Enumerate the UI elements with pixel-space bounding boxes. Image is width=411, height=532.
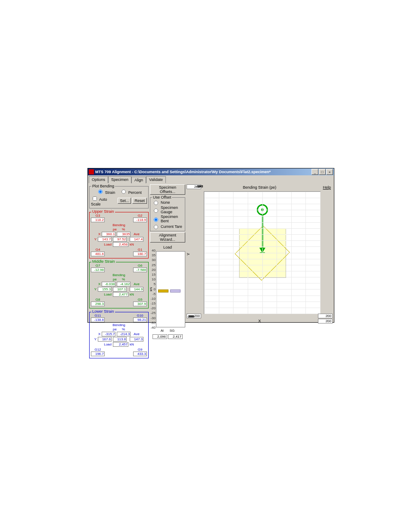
- radio-specimen-gauge[interactable]: Specimen Gauge: [152, 205, 184, 214]
- middle-strain-title: Middle Strain: [91, 259, 116, 264]
- g7-value: -12.98: [91, 268, 105, 272]
- use-offset-group: Use Offset None Specimen Gauge Specimen …: [150, 197, 185, 231]
- middle-strain-group: Middle Strain G7-12.98 G6-7.588 Bending …: [89, 262, 149, 308]
- load-tick: 40: [150, 249, 156, 252]
- load-chart: [156, 251, 185, 327]
- load-tick: -35: [150, 321, 156, 325]
- radio-percent[interactable]: Percent: [119, 188, 142, 195]
- load-tick: 15: [150, 273, 156, 277]
- lower-strain-group: Lower Strain G11-138.8 G1098.21 Bending …: [89, 312, 149, 358]
- radio-none[interactable]: None: [152, 199, 184, 205]
- foot-al-value: 2,096: [153, 334, 167, 339]
- g3-value: 118.2: [91, 218, 105, 222]
- titlebar: MTS 709 Alignment - C:\Documents and Set…: [88, 168, 334, 175]
- lower-strain-title: Lower Strain: [91, 309, 115, 314]
- bending-strain-plot: [204, 191, 321, 314]
- chart-x-label: X: [187, 319, 333, 323]
- load-tick: 10: [150, 277, 156, 281]
- minimize-button[interactable]: _: [311, 169, 318, 175]
- plot-bending-group: Plot Bending Strain Percent Auto Scale S…: [89, 186, 149, 208]
- window-title: MTS 709 Alignment - C:\Documents and Set…: [95, 170, 311, 174]
- middle-ave-value: 144.9: [130, 287, 143, 292]
- g11-value: -138.8: [91, 317, 105, 322]
- chart-title: Bending Strain (pe): [187, 185, 333, 190]
- y-tick: 200: [193, 184, 203, 188]
- x-tick: 200: [187, 314, 195, 318]
- radio-strain[interactable]: Strain: [96, 188, 115, 195]
- g2-value: -118.9: [133, 218, 147, 222]
- load-bar-al: [158, 289, 168, 292]
- tab-validate[interactable]: Validate: [146, 176, 166, 183]
- upper-load-value: 2,458: [113, 242, 128, 247]
- load-tick: 20: [150, 268, 156, 272]
- load-tick: 25: [150, 263, 156, 267]
- app-icon: [89, 169, 94, 174]
- check-autoscale[interactable]: Auto Scale: [91, 195, 116, 206]
- load-tick: -30: [150, 316, 156, 320]
- tab-options[interactable]: Options: [89, 176, 108, 183]
- plot-bending-title: Plot Bending: [91, 184, 115, 188]
- maximize-button[interactable]: □: [319, 169, 326, 175]
- lower-load-value: 2,457: [113, 342, 128, 347]
- tab-specimen[interactable]: Specimen: [108, 176, 131, 183]
- chart-botright-upper: 200: [318, 314, 333, 318]
- load-tick: -40: [150, 326, 156, 330]
- tab-bar: Options Specimen Align Validate: [88, 175, 334, 183]
- chart-botright-lower[interactable]: 200: [318, 319, 333, 324]
- set-button[interactable]: Set...: [118, 198, 131, 204]
- upper-strain-title: Upper Strain: [91, 209, 115, 214]
- load-tick: 5: [150, 282, 156, 286]
- load-tick: 30: [150, 258, 156, 262]
- tab-align[interactable]: Align: [131, 177, 146, 184]
- reset-button[interactable]: Reset: [132, 198, 147, 204]
- upper-ave-value: 147.4: [130, 237, 143, 242]
- g6-value: -7.588: [133, 268, 147, 272]
- chart-panel: 200 Help Bending Strain (pe) Y X -200 20…: [187, 184, 333, 324]
- load-tick: -15: [150, 302, 156, 305]
- upper-strain-group: Upper Strain G3118.2 G2-118.9 Bending pe…: [89, 212, 149, 258]
- g10-value: 98.21: [133, 317, 147, 322]
- use-offset-title: Use Offset: [152, 195, 172, 199]
- load-bar-sg: [170, 289, 181, 292]
- middle-load-value: 2,477: [113, 292, 128, 297]
- g8-value: 298.3: [91, 302, 105, 306]
- load-tick: -25: [150, 311, 156, 315]
- g1-value: 180.7: [133, 252, 147, 256]
- chart-y-label: Y: [186, 252, 190, 255]
- g4-value: 481.6: [91, 252, 105, 256]
- specimen-offsets-button[interactable]: Specimen Offsets...: [150, 184, 185, 195]
- radio-specimen-bent[interactable]: Specimen Bent: [152, 215, 184, 223]
- load-y-label: kN: [149, 287, 153, 291]
- load-tick: 35: [150, 253, 156, 257]
- close-button[interactable]: ×: [326, 169, 333, 175]
- radio-current-tare[interactable]: Current Tare: [152, 224, 184, 229]
- alignment-wizard-button[interactable]: Alignment Wizard...: [150, 232, 185, 243]
- g5-value: 307.9: [133, 302, 147, 306]
- load-tick: -5: [150, 292, 156, 296]
- load-tick: -10: [150, 297, 156, 301]
- load-tick: -20: [150, 306, 156, 310]
- lower-ave-value: 147.3: [130, 337, 143, 342]
- foot-sg-value: 2,417: [168, 334, 183, 339]
- g9-value: 433.3: [133, 352, 147, 356]
- g12-value: 196.7: [91, 352, 105, 356]
